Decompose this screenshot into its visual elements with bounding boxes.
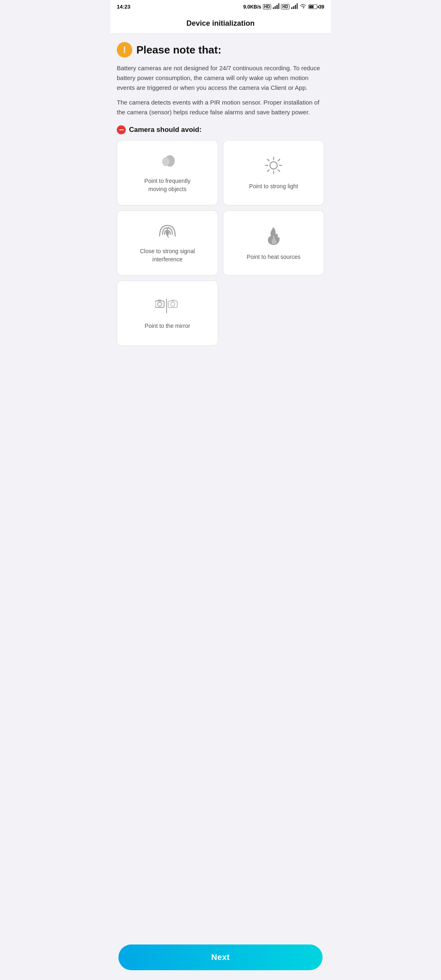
network-speed: 9.0KB/s [243, 4, 261, 10]
card-light-label: Point to strong light [249, 183, 298, 191]
svg-point-24 [158, 302, 162, 306]
svg-line-18 [267, 170, 269, 172]
note-title-row: ! Please note that: [117, 42, 324, 58]
svg-point-9 [162, 157, 169, 166]
svg-rect-0 [273, 7, 274, 9]
svg-line-16 [278, 170, 280, 172]
mirror-icon [155, 298, 180, 316]
note-paragraph-2: The camera detects events with a PIR mot… [117, 98, 324, 117]
signal-bars-2 [291, 3, 298, 10]
svg-rect-4 [291, 7, 292, 9]
card-signal-interference: ( · Close to strong signalinterference [117, 210, 218, 276]
note-paragraph-1: Battery cameras are not designed for 24/… [117, 63, 324, 93]
card-moving-label: Point to frequentlymoving objects [145, 177, 191, 193]
card-heat-sources: Point to heat sources [223, 210, 324, 276]
svg-rect-25 [158, 300, 161, 301]
hd-badge: HD [263, 4, 271, 9]
avoid-cards-grid: Point to frequentlymoving objects Point … [117, 140, 324, 346]
svg-rect-2 [276, 5, 278, 9]
svg-rect-6 [295, 5, 296, 9]
svg-rect-3 [278, 3, 280, 9]
battery-indicator [308, 4, 317, 9]
svg-rect-29 [172, 300, 174, 301]
page-header: Device initialization [110, 13, 331, 34]
signal-bars-1 [273, 3, 279, 10]
status-bar: 14:23 9.0KB/s HD HD [110, 0, 331, 13]
warning-icon: ! [117, 42, 132, 58]
moving-icon [157, 154, 178, 172]
note-heading: Please note that: [136, 44, 221, 56]
wifi-icon [299, 3, 307, 10]
svg-point-22 [166, 233, 169, 236]
card-moving-objects: Point to frequentlymoving objects [117, 140, 218, 205]
card-strong-light: Point to strong light [223, 140, 324, 205]
hd-badge-2: HD [281, 4, 289, 9]
svg-rect-1 [275, 6, 276, 9]
svg-point-28 [171, 302, 175, 306]
avoid-title-text: Camera should avoid: [129, 126, 202, 134]
card-signal-label: Close to strong signalinterference [140, 247, 195, 263]
signal-icon: ( · [156, 224, 178, 242]
avoid-section: Camera should avoid: [117, 125, 324, 134]
fire-icon [265, 226, 282, 247]
battery-percent: 39 [319, 4, 324, 10]
svg-point-10 [270, 162, 277, 169]
sun-icon [265, 156, 283, 177]
page-title: Device initialization [186, 19, 254, 27]
card-mirror: Point to the mirror [117, 281, 218, 346]
card-mirror-label: Point to the mirror [145, 322, 190, 330]
no-icon [117, 125, 126, 134]
svg-text:·: · [166, 225, 169, 238]
card-heat-label: Point to heat sources [247, 253, 301, 261]
svg-rect-5 [293, 6, 294, 9]
status-indicators: 9.0KB/s HD HD [243, 3, 324, 10]
time-display: 14:23 [117, 4, 130, 10]
svg-line-15 [267, 159, 269, 161]
svg-line-17 [278, 159, 280, 161]
avoid-title-row: Camera should avoid: [117, 125, 324, 134]
svg-rect-7 [296, 3, 298, 9]
main-content: ! Please note that: Battery cameras are … [110, 34, 331, 387]
